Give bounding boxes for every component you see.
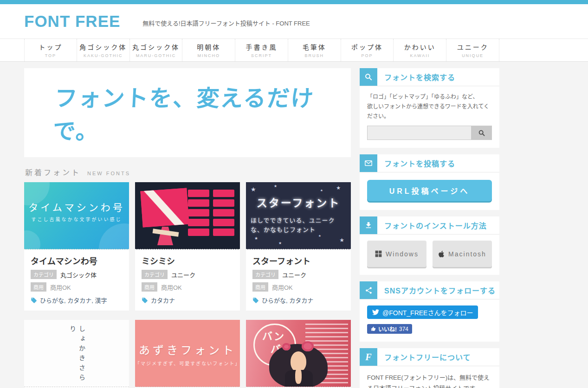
nav-item-kaku-gothic[interactable]: 角ゴシック体 KAKU-GOTHIC bbox=[77, 39, 130, 61]
font-card-grid: タイムマシンわ号 すこし古風なかな文字がいい感じ タイムマシンわ号 カテゴリ 丸… bbox=[24, 182, 351, 388]
font-thumbnail[interactable]: しょかきさらり bbox=[24, 320, 129, 387]
thumb-title: しょかきさらり bbox=[67, 325, 86, 387]
fontfree-f-icon: F bbox=[360, 348, 377, 366]
windows-install-button[interactable]: Windows bbox=[367, 241, 426, 267]
like-label: いいね! bbox=[378, 325, 397, 333]
post-heading: フォントを投稿する bbox=[384, 158, 455, 169]
nav-sublabel: KAWAII bbox=[410, 53, 430, 58]
nav-sublabel: POP bbox=[362, 53, 373, 58]
nav-label: トップ bbox=[39, 42, 62, 51]
nav-label: かわいい bbox=[404, 42, 436, 51]
nav-item-unique[interactable]: ユニーク UNIQUE bbox=[446, 39, 499, 61]
thumb-subtitle: すこし古風なかな文字がいい感じ bbox=[24, 216, 129, 223]
sns-heading: SNSアカウントをフォローする bbox=[384, 285, 496, 296]
nav-item-top[interactable]: トップ TOP bbox=[24, 39, 77, 61]
nav-sublabel: MINCHO bbox=[197, 53, 220, 58]
about-heading: フォントフリーについて bbox=[384, 351, 471, 363]
nav-sublabel: KAKU-GOTHIC bbox=[84, 53, 123, 58]
license-value: 商用OK bbox=[161, 283, 182, 292]
nav-item-script[interactable]: 手書き風 SCRIPT bbox=[235, 39, 288, 61]
nav-label: 明朝体 bbox=[197, 42, 220, 51]
nav-label: ユニーク bbox=[457, 42, 489, 51]
windows-icon bbox=[375, 250, 382, 257]
site-tagline: 無料で使える!日本語フリーフォント投稿サイト - FONT FREE bbox=[142, 19, 310, 27]
font-title-link[interactable]: タイムマシンわ号 bbox=[31, 254, 123, 267]
decorative-blocks bbox=[188, 190, 234, 236]
sidebar-install-box: フォントのインストール方法 Windows Macintosh bbox=[360, 216, 499, 275]
search-icon bbox=[360, 68, 377, 86]
envelope-icon bbox=[360, 154, 377, 172]
top-accent-bar bbox=[0, 0, 588, 4]
nav-label: 手書き風 bbox=[246, 42, 278, 51]
star-glyph: ★ bbox=[339, 237, 344, 243]
main-column: フォントを、変えるだけで。 新着フォント NEW FONTS タイムマシンわ号 … bbox=[24, 68, 351, 388]
about-paragraph: FONT FREE(フォントフリー)は、無料で使える日本語フリーフォント投稿サイ… bbox=[367, 372, 492, 388]
category-link[interactable]: ユニーク bbox=[282, 270, 306, 279]
install-icon bbox=[360, 216, 377, 234]
hero-catchphrase: フォントを、変えるだけで。 bbox=[52, 80, 352, 146]
share-icon bbox=[360, 281, 377, 299]
font-card-starfont: ★ ★ ★ ★ ★ ★ ★ ★ スターフォント ほしでできている、ユニーク な、… bbox=[246, 182, 351, 311]
nav-item-pop[interactable]: ポップ体 POP bbox=[341, 39, 394, 61]
site-header: FONT FREE 無料で使える!日本語フリーフォント投稿サイト - FONT … bbox=[0, 4, 588, 39]
sidebar-search-box: フォントを検索する 「ロゴ」「ビットマップ」「ゆるふわ」など、 欲しいフォントか… bbox=[360, 68, 499, 148]
license-badge: 商用 bbox=[252, 282, 268, 292]
new-fonts-title-ja: 新着フォント bbox=[25, 166, 81, 178]
font-thumbnail[interactable] bbox=[135, 182, 240, 249]
license-badge: 商用 bbox=[142, 282, 157, 292]
tags-link[interactable]: ひらがな, カタカナ bbox=[262, 296, 313, 305]
font-title-link[interactable]: スターフォント bbox=[252, 254, 344, 267]
thumb-title: タイムマシンわ号 bbox=[24, 200, 129, 214]
nav-item-mincho[interactable]: 明朝体 MINCHO bbox=[182, 39, 235, 61]
star-glyph: ★ bbox=[320, 189, 323, 192]
nav-item-kawaii[interactable]: かわいい KAWAII bbox=[394, 39, 446, 61]
facebook-like-button-sidebar[interactable]: いいね! 374 bbox=[367, 324, 412, 334]
twitter-follow-label: @FONT_FREEさんをフォロー bbox=[382, 308, 473, 317]
font-title-link[interactable]: ミシミシ bbox=[142, 254, 233, 267]
twitter-bird-icon bbox=[372, 309, 379, 316]
font-card-banban: バン バン バンバン bbox=[246, 320, 351, 388]
sidebar-about-box: F フォントフリーについて FONT FREE(フォントフリー)は、無料で使える… bbox=[360, 348, 499, 388]
star-glyph: ★ bbox=[318, 234, 321, 238]
tags-link[interactable]: カタカナ bbox=[151, 296, 175, 305]
search-description-line2: 欲しいフォントから連想できるワードを入れてください。 bbox=[367, 102, 492, 121]
nav-sublabel: UNIQUE bbox=[462, 53, 484, 58]
search-input[interactable] bbox=[367, 126, 472, 140]
hero-banner: フォントを、変えるだけで。 bbox=[24, 68, 351, 157]
tag-icon bbox=[252, 297, 259, 304]
star-glyph: ★ bbox=[254, 236, 258, 241]
site-logo[interactable]: FONT FREE bbox=[24, 12, 120, 31]
tag-icon bbox=[31, 297, 37, 304]
nav-label: 丸ゴシック体 bbox=[132, 42, 180, 51]
nav-sublabel: SCRIPT bbox=[251, 53, 272, 58]
twitter-follow-button[interactable]: @FONT_FREEさんをフォロー bbox=[367, 305, 478, 319]
macintosh-label: Macintosh bbox=[448, 250, 486, 258]
font-thumbnail[interactable]: バン バン bbox=[246, 320, 351, 387]
search-heading: フォントを検索する bbox=[384, 71, 455, 83]
new-fonts-heading: 新着フォント NEW FONTS bbox=[25, 166, 351, 178]
nav-item-maru-gothic[interactable]: 丸ゴシック体 MARU-GOTHIC bbox=[130, 39, 183, 61]
star-glyph: ★ bbox=[274, 184, 277, 188]
apple-icon bbox=[438, 250, 445, 258]
new-fonts-title-en: NEW FONTS bbox=[87, 171, 130, 176]
nav-item-brush[interactable]: 毛筆体 BRUSH bbox=[288, 39, 341, 61]
macintosh-install-button[interactable]: Macintosh bbox=[433, 241, 492, 267]
font-card-shokaki: しょかきさらり しょかきさらり bbox=[24, 320, 129, 388]
font-thumbnail[interactable]: ★ ★ ★ ★ ★ ★ ★ ★ スターフォント ほしでできている、ユニーク な、… bbox=[246, 182, 351, 249]
nav-sublabel: MARU-GOTHIC bbox=[136, 53, 176, 58]
nav-label: 毛筆体 bbox=[303, 42, 326, 51]
tags-link[interactable]: ひらがな, カタカナ, 漢字 bbox=[40, 296, 107, 305]
search-submit-button[interactable] bbox=[472, 126, 492, 140]
license-value: 商用OK bbox=[50, 283, 71, 292]
category-nav: トップ TOP 角ゴシック体 KAKU-GOTHIC 丸ゴシック体 MARU-G… bbox=[0, 39, 588, 62]
url-post-button[interactable]: URL投稿ページへ bbox=[367, 180, 492, 201]
star-glyph: ★ bbox=[251, 186, 256, 193]
category-link[interactable]: ユニーク bbox=[171, 270, 195, 279]
license-badge: 商用 bbox=[31, 282, 46, 292]
font-thumbnail[interactable]: タイムマシンわ号 すこし古風なかな文字がいい感じ bbox=[24, 182, 129, 249]
star-glyph: ★ bbox=[336, 185, 341, 191]
category-link[interactable]: 丸ゴシック体 bbox=[60, 270, 97, 279]
nav-sublabel: TOP bbox=[45, 53, 56, 58]
like-count: 374 bbox=[399, 326, 408, 332]
font-thumbnail[interactable]: あずきフォント 「マジメすぎず、可愛すぎないフォント」 bbox=[135, 320, 240, 387]
